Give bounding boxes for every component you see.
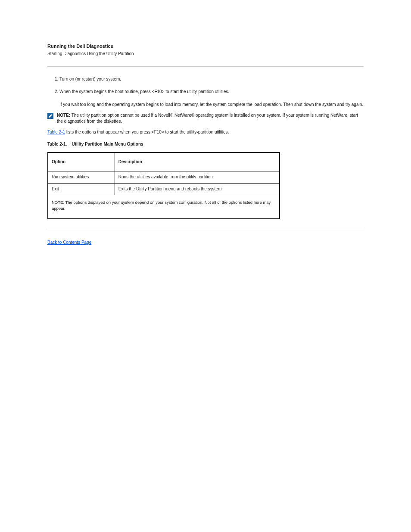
table-row: Run system utilities Runs the utilities …	[48, 171, 280, 184]
cell-option: Exit	[48, 183, 115, 195]
options-table: Option Description Run system utilities …	[47, 152, 280, 219]
section-title: Running the Dell Diagnostics	[47, 43, 364, 50]
cell-desc: Runs the utilities available from the ut…	[115, 171, 280, 184]
pencil-note-icon	[47, 113, 54, 119]
document-page: Running the Dell Diagnostics Starting Di…	[0, 0, 411, 271]
table-lead-text: lists the options that appear when you p…	[65, 130, 229, 134]
note-body: The utility partition option cannot be u…	[57, 113, 358, 124]
back-link-wrap: Back to Contents Page	[47, 240, 364, 246]
back-to-contents-link[interactable]: Back to Contents Page	[47, 240, 91, 245]
note-block: NOTE: The utility partition option canno…	[47, 112, 364, 125]
step-2: When the system begins the boot routine,…	[59, 89, 364, 95]
cell-option: Run system utilities	[48, 171, 115, 184]
table-footer-note: NOTE: The options displayed on your syst…	[48, 195, 280, 219]
table-footer-row: NOTE: The options displayed on your syst…	[48, 195, 280, 219]
note-label: NOTE:	[57, 113, 70, 118]
cell-desc: Exits the Utility Partition menu and reb…	[115, 183, 280, 195]
steps-list: Turn on (or restart) your system. When t…	[47, 76, 364, 95]
col-description: Description	[115, 152, 280, 171]
step-text: When the system begins the boot routine,…	[59, 89, 229, 94]
table-row: Exit Exits the Utility Partition menu an…	[48, 183, 280, 195]
step-text: Turn on (or restart) your system.	[59, 77, 121, 81]
table-lead: Table 2-1 lists the options that appear …	[47, 129, 364, 136]
note-text: NOTE: The utility partition option canno…	[57, 112, 364, 125]
table-title: Utility Partition Main Menu Options	[72, 142, 143, 146]
col-option: Option	[48, 152, 115, 171]
table-header-row: Option Description	[48, 152, 280, 171]
divider	[47, 66, 364, 67]
step-2-note: If you wait too long and the operating s…	[59, 102, 364, 108]
table-number: Table 2-1.	[47, 142, 67, 146]
step-1: Turn on (or restart) your system.	[59, 76, 364, 83]
divider	[47, 229, 364, 229]
table-reference-link[interactable]: Table 2-1	[47, 130, 65, 134]
section-subtitle: Starting Diagnostics Using the Utility P…	[47, 51, 364, 57]
table-caption: Table 2-1. Utility Partition Main Menu O…	[47, 141, 364, 148]
